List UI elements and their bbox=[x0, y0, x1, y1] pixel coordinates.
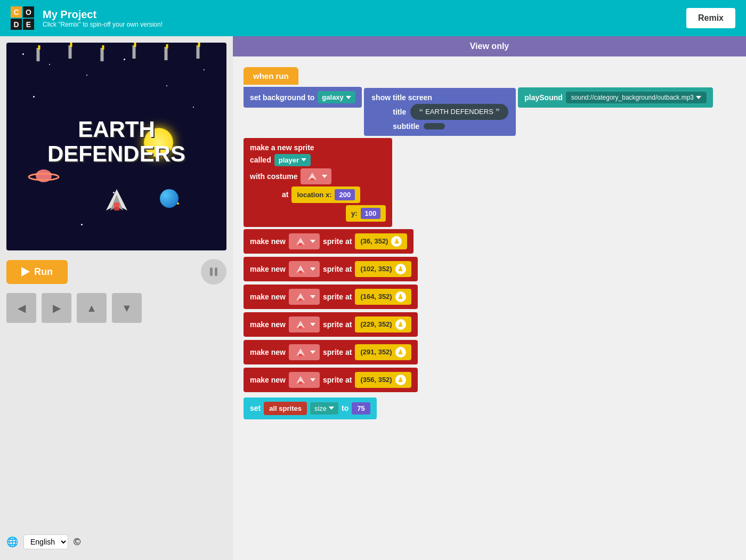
sprite-preview-icon bbox=[305, 171, 320, 182]
sound-dropdown[interactable]: sound://category_background/outback.mp3 bbox=[566, 92, 707, 103]
nav-right-button[interactable]: ▶ bbox=[42, 293, 71, 323]
nav-down-button[interactable]: ▼ bbox=[112, 293, 142, 323]
header: C O D E My Project Click "Remix" to spin… bbox=[0, 0, 746, 36]
pause-button[interactable] bbox=[201, 259, 226, 285]
sprite-icon-1 bbox=[293, 263, 308, 275]
make-new-sprite-row-1: make new sprite at (102, 352) ♟ bbox=[244, 257, 418, 281]
when-run-block[interactable]: when run bbox=[244, 67, 298, 85]
nav-up-button[interactable]: ▲ bbox=[77, 293, 107, 323]
make-new-sprite-row-0: make new sprite at (36, 352) ♟ bbox=[244, 229, 413, 254]
star bbox=[33, 96, 35, 98]
dropdown-arrow-icon bbox=[346, 96, 351, 99]
language-bar: 🌐 English © bbox=[6, 530, 226, 554]
subtitle-label: subtitle bbox=[393, 122, 419, 131]
spaceship bbox=[101, 186, 133, 213]
sprite-icon-4 bbox=[293, 346, 308, 358]
all-sprites-label: all sprites bbox=[269, 404, 302, 412]
location-block[interactable]: location x: 200 bbox=[291, 186, 360, 203]
remix-button[interactable]: Remix bbox=[686, 8, 735, 28]
sprite-block-arrow-4 bbox=[310, 351, 315, 354]
sprite-icon-block-5[interactable] bbox=[289, 372, 320, 388]
pause-icon bbox=[210, 267, 217, 276]
game-title-line2: DEFENDERS bbox=[47, 142, 185, 166]
set-label: set bbox=[250, 404, 261, 412]
make-new-label-3: make new bbox=[250, 320, 286, 329]
make-new-label-2: make new bbox=[250, 293, 286, 301]
copyright-icon: © bbox=[74, 537, 80, 548]
position-block-3[interactable]: (229, 352) ♟ bbox=[355, 316, 411, 332]
to-label: to bbox=[342, 404, 348, 412]
language-select[interactable]: English bbox=[23, 534, 68, 549]
size-label: size bbox=[314, 404, 327, 412]
sprite-block-arrow-2 bbox=[310, 295, 315, 298]
sound-value: sound://category_background/outback.mp3 bbox=[571, 94, 694, 101]
sprite-icon-block-0[interactable] bbox=[289, 233, 320, 249]
y-value-block[interactable]: 100 bbox=[361, 208, 381, 219]
svg-rect-3 bbox=[38, 45, 40, 50]
position-text-2: (164, 352) bbox=[360, 293, 392, 301]
logo-o: O bbox=[23, 6, 34, 18]
nav-left-button[interactable]: ◀ bbox=[6, 293, 36, 323]
person-icon-0: ♟ bbox=[391, 236, 402, 247]
galaxy-dropdown[interactable]: galaxy bbox=[318, 91, 355, 103]
sprite-at-label-4: sprite at bbox=[323, 348, 352, 356]
star bbox=[204, 69, 205, 70]
position-text-1: (102, 352) bbox=[360, 265, 392, 273]
position-block-4[interactable]: (291, 352) ♟ bbox=[355, 344, 411, 360]
size-dropdown-arrow-icon bbox=[329, 407, 334, 410]
svg-rect-6 bbox=[101, 48, 104, 61]
size-value-block[interactable]: 75 bbox=[352, 402, 370, 415]
svg-rect-7 bbox=[102, 45, 104, 50]
make-new-sprite-label: make a new sprite bbox=[250, 143, 386, 152]
size-dropdown[interactable]: size bbox=[310, 402, 338, 415]
sprite-icon-block-3[interactable] bbox=[289, 316, 320, 332]
person-icon-1: ♟ bbox=[395, 264, 406, 274]
sprite-icon-block-4[interactable] bbox=[289, 344, 320, 360]
svg-rect-13 bbox=[198, 43, 200, 47]
play-icon bbox=[21, 267, 30, 277]
y-label: y: bbox=[351, 209, 358, 217]
position-block-1[interactable]: (102, 352) ♟ bbox=[355, 261, 411, 277]
set-size-row: set all sprites size to 75 bbox=[244, 397, 377, 419]
all-sprites-block[interactable]: all sprites bbox=[264, 402, 307, 415]
svg-rect-10 bbox=[165, 47, 168, 60]
sprite-icon-block-2[interactable] bbox=[289, 289, 320, 305]
svg-rect-2 bbox=[37, 48, 40, 61]
sprite-block-arrow-5 bbox=[310, 378, 315, 382]
right-panel: View only when run set background to gal… bbox=[233, 36, 746, 560]
svg-rect-12 bbox=[197, 45, 200, 59]
location-row: at location x: 200 bbox=[282, 186, 386, 203]
position-block-5[interactable]: (356, 352) ♟ bbox=[355, 372, 411, 388]
svg-rect-9 bbox=[134, 43, 136, 47]
play-sound-label: playSound bbox=[524, 93, 563, 102]
position-text-5: (356, 352) bbox=[360, 376, 392, 384]
title-row: title ❝ EARTH DEFENDERS ❞ bbox=[393, 104, 508, 120]
earth-defenders-string[interactable]: ❝ EARTH DEFENDERS ❞ bbox=[410, 104, 508, 120]
earth-defenders-text: EARTH DEFENDERS bbox=[425, 108, 493, 116]
x-value: 200 bbox=[339, 191, 351, 199]
run-button[interactable]: Run bbox=[6, 260, 68, 284]
costume-block[interactable] bbox=[301, 168, 331, 184]
when-run-row: when run bbox=[244, 67, 735, 85]
called-label: called bbox=[250, 156, 271, 164]
logo-e: E bbox=[23, 19, 34, 30]
person-icon-4: ♟ bbox=[395, 347, 406, 358]
star bbox=[86, 75, 87, 76]
location-x-label: location x: bbox=[297, 191, 331, 199]
position-block-2[interactable]: (164, 352) ♟ bbox=[355, 289, 411, 305]
x-value-block[interactable]: 200 bbox=[335, 189, 355, 200]
person-icon-5: ♟ bbox=[395, 375, 406, 385]
position-block-0[interactable]: (36, 352) ♟ bbox=[355, 233, 407, 249]
pause-bar-1 bbox=[210, 267, 213, 276]
player-dropdown[interactable]: player bbox=[274, 154, 311, 166]
y-value: 100 bbox=[365, 209, 377, 217]
subtitle-string[interactable] bbox=[424, 123, 445, 129]
y-block[interactable]: y: 100 bbox=[346, 205, 386, 222]
sprite-at-label-2: sprite at bbox=[323, 293, 352, 301]
sprite-block-arrow-1 bbox=[310, 267, 315, 271]
sprite-icon-block-1[interactable] bbox=[289, 261, 320, 277]
called-row: called player bbox=[250, 154, 386, 166]
sound-dropdown-arrow-icon bbox=[696, 96, 701, 99]
star bbox=[81, 224, 83, 225]
project-subtitle: Click "Remix" to spin-off your own versi… bbox=[43, 21, 678, 28]
